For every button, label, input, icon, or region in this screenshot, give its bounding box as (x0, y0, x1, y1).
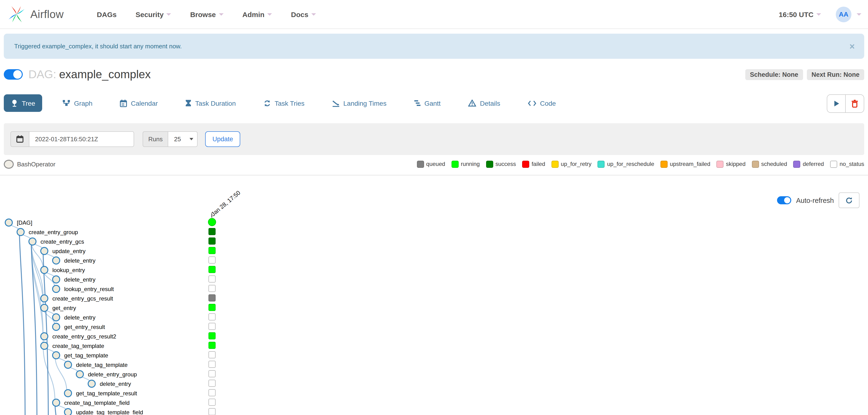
top-navbar: Airflow DAGsSecurityBrowseAdminDocs 16:5… (0, 0, 868, 29)
task-status-square-running[interactable] (209, 247, 216, 254)
tab-task-duration[interactable]: Task Duration (178, 94, 243, 112)
task-status-square-queued[interactable] (209, 294, 216, 301)
nav-item-docs[interactable]: Docs (281, 0, 325, 28)
dag-run-status-circle[interactable] (208, 218, 216, 226)
task-status-square-no_status[interactable] (209, 285, 216, 292)
status-swatch-skipped (716, 160, 723, 168)
base-date-input[interactable] (29, 131, 134, 147)
clock-label: 16:50 UTC (779, 10, 813, 18)
nav-item-security[interactable]: Security (126, 0, 181, 28)
tree-node-create_entry_gcs[interactable]: create_entry_gcs (28, 237, 84, 245)
tree-node-get_entry[interactable]: get_entry (40, 304, 76, 312)
nav-item-dags[interactable]: DAGs (87, 0, 126, 28)
trigger-dag-button[interactable] (827, 95, 845, 112)
calendar-icon (16, 135, 24, 143)
task-status-square-no_status[interactable] (209, 398, 216, 406)
alert-message: Triggered example_complex, it should sta… (14, 43, 182, 50)
task-status-square-running[interactable] (209, 266, 216, 273)
tree-node-delete_entry[interactable]: delete_entry (87, 380, 131, 388)
tree-node-get_tag_template_result[interactable]: get_tag_template_result (64, 389, 137, 397)
task-status-square-no_status[interactable] (209, 257, 216, 264)
tab-calendar[interactable]: Calendar (113, 94, 165, 112)
tree-node-delete_entry[interactable]: delete_entry (52, 257, 95, 265)
node-circle-icon (40, 332, 48, 340)
tree-node-create_entry_group[interactable]: create_entry_group (17, 228, 78, 236)
main-menu: DAGsSecurityBrowseAdminDocs (87, 0, 326, 28)
task-status-square-running[interactable] (209, 332, 216, 339)
tree-node-lookup_entry_result[interactable]: lookup_entry_result (52, 285, 114, 293)
clock-menu[interactable]: 16:50 UTC (769, 10, 831, 18)
code-icon (528, 100, 536, 107)
airflow-brand[interactable]: Airflow (7, 4, 64, 24)
legend-label: queued (426, 161, 445, 167)
tree-node-create_entry_gcs_result[interactable]: create_entry_gcs_result (40, 294, 113, 302)
tree-node-dag[interactable]: [DAG] (4, 218, 32, 227)
nav-item-admin[interactable]: Admin (233, 0, 281, 28)
nav-item-label: Browse (190, 10, 216, 18)
tab-task-tries[interactable]: Task Tries (256, 94, 312, 112)
task-duration-icon (185, 99, 191, 107)
dag-pause-toggle[interactable] (4, 69, 23, 80)
refresh-button[interactable] (839, 192, 860, 208)
tab-code[interactable]: Code (521, 94, 563, 112)
legend-item-skipped: skipped (716, 160, 746, 168)
tab-gantt[interactable]: Gantt (407, 94, 448, 112)
status-swatch-success (486, 160, 493, 168)
node-circle-icon (52, 275, 60, 284)
task-status-square-success[interactable] (209, 237, 216, 245)
tree-node-lookup_entry[interactable]: lookup_entry (40, 266, 85, 274)
num-runs-select-wrap: 25 (168, 131, 198, 147)
legend-label: failed (532, 161, 545, 167)
task-status-square-no_status[interactable] (209, 380, 216, 387)
play-icon (833, 100, 840, 107)
status-swatch-queued (417, 160, 424, 168)
tab-label: Calendar (131, 99, 158, 107)
tab-details[interactable]: Details (461, 94, 507, 112)
tree-node-delete_tag_template[interactable]: delete_tag_template (64, 361, 128, 369)
tab-label: Task Tries (275, 99, 304, 107)
task-status-square-running[interactable] (209, 304, 216, 311)
update-button[interactable]: Update (206, 131, 240, 147)
chevron-down-icon[interactable] (857, 13, 861, 16)
task-status-square-no_status[interactable] (209, 370, 216, 377)
legend-item-running: running (451, 160, 480, 168)
task-status-square-running[interactable] (209, 342, 216, 349)
task-status-square-no_status[interactable] (209, 389, 216, 396)
tree-node-get_entry_result[interactable]: get_entry_result (52, 323, 105, 331)
task-label: get_entry_result (64, 324, 105, 330)
tree-node-get_tag_template[interactable]: get_tag_template (52, 351, 108, 359)
tree-node-update_tag_template_field[interactable]: update_tag_template_field (64, 408, 143, 415)
tab-tree[interactable]: Tree (4, 94, 42, 112)
task-status-square-success[interactable] (209, 228, 216, 235)
tree-node-create_entry_gcs_result2[interactable]: create_entry_gcs_result2 (40, 332, 116, 340)
task-status-square-no_status[interactable] (209, 361, 216, 368)
task-status-square-no_status[interactable] (209, 313, 216, 320)
chevron-down-icon (311, 13, 316, 16)
task-label: create_entry_gcs_result2 (52, 333, 116, 339)
status-swatch-upstream_failed (660, 160, 668, 168)
task-status-square-no_status[interactable] (209, 351, 216, 358)
delete-dag-button[interactable] (845, 95, 864, 112)
task-status-square-no_status[interactable] (209, 275, 216, 283)
nav-item-label: Docs (291, 10, 308, 18)
close-icon[interactable]: × (849, 42, 855, 51)
tree-node-delete_entry[interactable]: delete_entry (52, 313, 95, 321)
tab-label: Landing Times (343, 99, 386, 107)
task-status-square-no_status[interactable] (209, 408, 216, 415)
trigger-alert-banner: Triggered example_complex, it should sta… (4, 34, 864, 59)
num-runs-select[interactable]: 25 (168, 131, 198, 147)
legend-label: up_for_reschedule (607, 161, 654, 167)
tab-landing-times[interactable]: Landing Times (325, 94, 394, 112)
tree-node-create_tag_template[interactable]: create_tag_template (40, 342, 104, 350)
node-circle-icon (52, 351, 60, 359)
tree-node-delete_entry[interactable]: delete_entry (52, 275, 95, 284)
tree-node-create_tag_template_field[interactable]: create_tag_template_field (52, 398, 130, 407)
tree-node-update_entry[interactable]: update_entry (40, 247, 86, 255)
tree-node-delete_entry_group[interactable]: delete_entry_group (75, 370, 137, 378)
nav-item-browse[interactable]: Browse (181, 0, 233, 28)
tab-graph[interactable]: Graph (56, 94, 100, 112)
auto-refresh-toggle[interactable] (777, 196, 791, 204)
dag-header: DAG:example_complex Schedule: None Next … (0, 59, 868, 81)
task-status-square-no_status[interactable] (209, 323, 216, 330)
avatar[interactable]: AA (836, 6, 851, 22)
